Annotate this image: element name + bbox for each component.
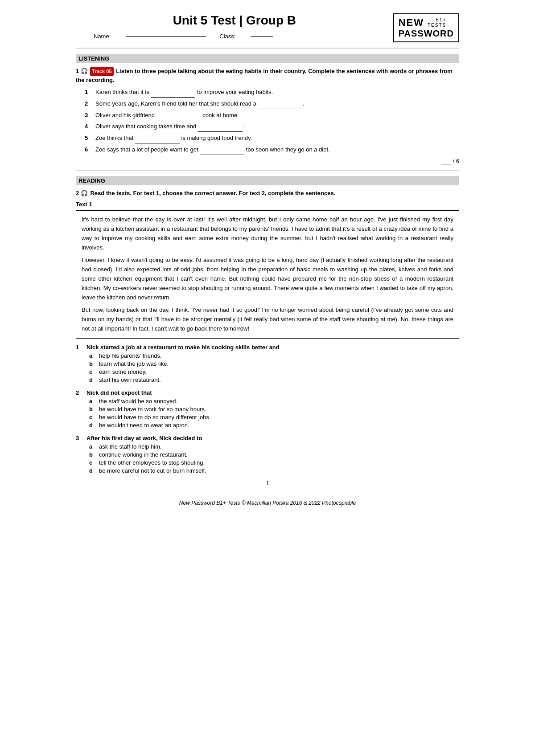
list-item: ahelp his parents' friends. xyxy=(89,352,459,359)
option-1a: help his parents' friends. xyxy=(99,352,162,359)
class-label: Class: xyxy=(219,33,235,40)
list-item: ctell the other employees to stop shouti… xyxy=(89,459,459,466)
header-left: Unit 5 Test | Group B Name: Class: xyxy=(76,13,393,40)
logo-box: NEW B1+TESTS PASSWORD xyxy=(393,13,459,42)
blank-2 xyxy=(258,99,303,109)
option-1d: start his own restaurant. xyxy=(99,376,161,383)
track-badge: Track 05 xyxy=(90,67,113,76)
list-item: dhe wouldn't need to wear an apron. xyxy=(89,422,459,429)
blank-5 xyxy=(135,134,180,143)
header-divider xyxy=(76,48,459,49)
option-3d: be more careful not to cut or burn himse… xyxy=(99,467,206,474)
mc-stem-1: 1 Nick started a job at a restaurant to … xyxy=(76,344,459,351)
list-item: 1 Karen thinks that it is to improve you… xyxy=(85,88,459,98)
logo-b1-text: B1+TESTS xyxy=(428,17,446,28)
q2-number: 2 xyxy=(76,190,79,196)
list-item: athe staff would be so annoyed. xyxy=(89,398,459,405)
passage-para-1: It's hard to believe that the day is ove… xyxy=(82,215,453,252)
mc-stem-2: 2 Nick did not expect that xyxy=(76,389,459,396)
option-1c: earn some money. xyxy=(99,368,147,375)
passage-para-3: But now, looking back on the day, I thin… xyxy=(82,306,453,333)
listening-section-header: LISTENING xyxy=(76,54,459,63)
option-3c: tell the other employees to stop shoutin… xyxy=(99,459,205,466)
list-item: blearn what the job was like. xyxy=(89,360,459,367)
option-2d: he wouldn't need to wear an apron. xyxy=(99,422,189,429)
mc-question-3: 3 After his first day at work, Nick deci… xyxy=(76,435,459,474)
logo-new: NEW B1+TESTS xyxy=(399,17,454,29)
headphone-icon: 🎧 xyxy=(81,68,88,74)
list-item: bcontinue working in the restaurant. xyxy=(89,451,459,458)
blank-1 xyxy=(151,88,195,98)
list-item: dbe more careful not to cut or burn hims… xyxy=(89,467,459,474)
logo-new-text: NEW xyxy=(399,17,424,29)
reading-section: READING 2 🎧 Read the texts. For text 1, … xyxy=(76,176,459,474)
q1-number: 1 xyxy=(76,68,79,74)
mc-question-2: 2 Nick did not expect that athe staff wo… xyxy=(76,389,459,429)
mc-question-1: 1 Nick started a job at a restaurant to … xyxy=(76,344,459,383)
class-underline xyxy=(251,36,273,37)
mc-options-2: athe staff would be so annoyed. bhe woul… xyxy=(89,398,459,429)
name-underline xyxy=(126,36,206,37)
mc-stem-3-text: After his first day at work, Nick decide… xyxy=(86,435,202,441)
blank-6 xyxy=(200,145,244,155)
option-2a: the staff would be so annoyed. xyxy=(99,398,177,405)
list-item: cearn some money. xyxy=(89,368,459,375)
q1-bold-text: Listen to three people talking about the… xyxy=(76,68,453,83)
q2-intro: 2 🎧 Read the texts. For text 1, choose t… xyxy=(76,189,459,198)
reading-section-header: READING xyxy=(76,176,459,185)
text1-label: Text 1 xyxy=(76,201,459,208)
page-title: Unit 5 Test | Group B xyxy=(76,13,393,28)
reading-passage: It's hard to believe that the day is ove… xyxy=(76,210,459,339)
mc-stem-3: 3 After his first day at work, Nick deci… xyxy=(76,435,459,441)
listening-section: LISTENING 1 🎧 Track 05 Listen to three p… xyxy=(76,54,459,164)
list-item: dstart his own restaurant. xyxy=(89,376,459,383)
list-item: 4 Oliver says that cooking takes time an… xyxy=(85,122,459,132)
list-item: 5 Zoe thinks that is making good food tr… xyxy=(85,134,459,143)
q2-bold-text: Read the texts. For text 1, choose the c… xyxy=(90,190,335,196)
option-2c: he would have to do so many different jo… xyxy=(99,414,211,421)
list-item: che would have to do so many different j… xyxy=(89,414,459,421)
mc-stem-1-text: Nick started a job at a restaurant to ma… xyxy=(86,344,280,351)
option-3a: ask the staff to help him. xyxy=(99,443,162,450)
option-3b: continue working in the restaurant. xyxy=(99,451,188,458)
footer-copyright: New Password B1+ Tests © Macmillan Polsk… xyxy=(76,500,459,506)
name-line: Name: Class: xyxy=(94,33,393,40)
q2-headphone-icon: 🎧 xyxy=(81,190,88,196)
section-divider xyxy=(76,170,459,171)
blank-3 xyxy=(156,111,201,121)
mc-stem-2-text: Nick did not expect that xyxy=(86,389,152,396)
passage-para-2: However, I knew it wasn't going to be ea… xyxy=(82,256,453,302)
option-2b: he would have to work for so many hours. xyxy=(99,406,206,413)
blank-4 xyxy=(198,122,243,132)
page-header: Unit 5 Test | Group B Name: Class: NEW B… xyxy=(76,13,459,42)
page: Unit 5 Test | Group B Name: Class: NEW B… xyxy=(67,0,468,524)
logo-password-text: PASSWORD xyxy=(399,29,454,39)
list-item: 3 Oliver and his girlfriend cook at home… xyxy=(85,111,459,121)
list-item: 6 Zoe says that a lot of people want to … xyxy=(85,145,459,155)
list-item: 2 Some years ago, Karen's friend told he… xyxy=(85,99,459,109)
mc-options-1: ahelp his parents' friends. blearn what … xyxy=(89,352,459,383)
name-label: Name: xyxy=(94,33,111,40)
listening-score: ___ / 6 xyxy=(76,158,459,164)
q1-intro: 1 🎧 Track 05 Listen to three people talk… xyxy=(76,67,459,84)
mc-options-3: aask the staff to help him. bcontinue wo… xyxy=(89,443,459,474)
listening-fill-list: 1 Karen thinks that it is to improve you… xyxy=(85,88,459,155)
list-item: aask the staff to help him. xyxy=(89,443,459,450)
option-1b: learn what the job was like. xyxy=(99,360,169,367)
page-number: 1 xyxy=(76,480,459,486)
list-item: bhe would have to work for so many hours… xyxy=(89,406,459,413)
